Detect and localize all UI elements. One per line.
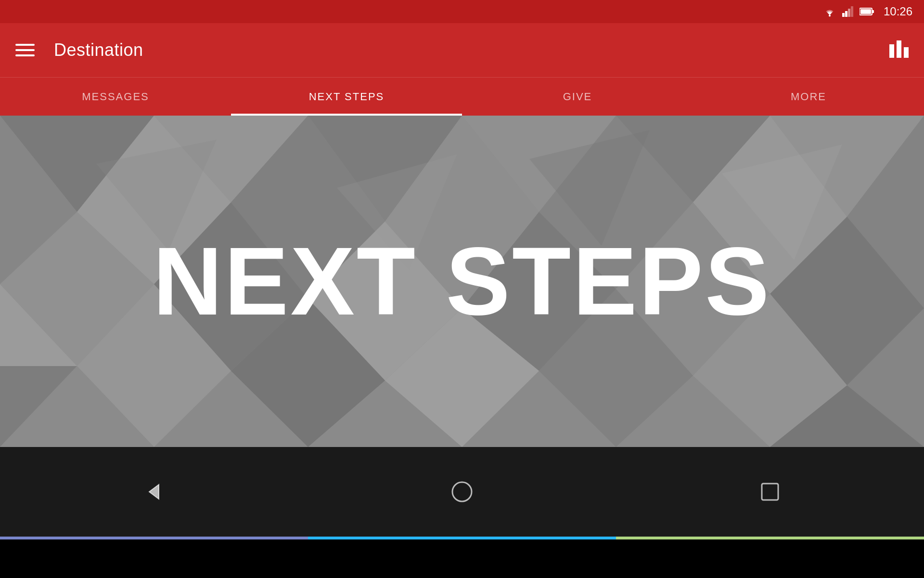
tab-messages[interactable]: MESSAGES bbox=[0, 78, 231, 116]
app-bar-left: Destination bbox=[15, 40, 143, 60]
status-icons: 10:26 bbox=[823, 5, 912, 18]
wifi-icon bbox=[823, 6, 836, 17]
signal-icon bbox=[842, 6, 854, 17]
svg-rect-47 bbox=[762, 484, 778, 500]
hamburger-line-3 bbox=[15, 54, 35, 56]
home-icon bbox=[450, 480, 474, 504]
svg-rect-6 bbox=[872, 10, 874, 13]
tab-next-steps[interactable]: NEXT STEPS bbox=[231, 78, 462, 116]
nav-indicator-1 bbox=[0, 537, 308, 539]
menu-button[interactable] bbox=[15, 44, 35, 56]
bar-chart-icon bbox=[889, 40, 909, 58]
tab-more[interactable]: MORE bbox=[693, 78, 924, 116]
recents-button[interactable] bbox=[751, 473, 789, 511]
nav-buttons bbox=[0, 447, 924, 537]
status-bar: 10:26 bbox=[0, 0, 924, 23]
recents-icon bbox=[758, 480, 782, 504]
tab-more-label: MORE bbox=[791, 91, 826, 103]
hamburger-line-2 bbox=[15, 49, 35, 51]
svg-rect-2 bbox=[845, 11, 847, 17]
tab-messages-label: MESSAGES bbox=[82, 91, 149, 103]
back-icon bbox=[142, 480, 166, 504]
svg-rect-3 bbox=[848, 9, 850, 17]
svg-point-46 bbox=[452, 482, 472, 501]
app-title: Destination bbox=[54, 40, 143, 60]
tab-give-label: GIVE bbox=[563, 91, 592, 103]
app-bar: Destination bbox=[0, 23, 924, 77]
svg-point-0 bbox=[829, 15, 831, 17]
status-time: 10:26 bbox=[884, 5, 912, 18]
svg-rect-9 bbox=[897, 40, 901, 58]
svg-rect-10 bbox=[904, 47, 909, 58]
hero-title: NEXT STEPS bbox=[153, 233, 771, 329]
svg-marker-45 bbox=[149, 485, 159, 499]
hero-banner: NEXT STEPS bbox=[0, 116, 924, 447]
svg-rect-7 bbox=[860, 9, 871, 14]
tab-give[interactable]: GIVE bbox=[462, 78, 693, 116]
svg-rect-4 bbox=[851, 6, 853, 17]
nav-indicator-2 bbox=[308, 537, 616, 539]
svg-rect-1 bbox=[842, 13, 845, 17]
bottom-nav bbox=[0, 447, 924, 539]
svg-rect-8 bbox=[889, 44, 894, 58]
nav-indicators bbox=[0, 537, 924, 539]
battery-icon bbox=[860, 7, 874, 16]
tab-bar: MESSAGES NEXT STEPS GIVE MORE bbox=[0, 77, 924, 116]
nav-indicator-3 bbox=[616, 537, 924, 539]
chart-button[interactable] bbox=[889, 40, 909, 60]
home-button[interactable] bbox=[443, 473, 481, 511]
tab-next-steps-label: NEXT STEPS bbox=[309, 91, 385, 103]
back-button[interactable] bbox=[135, 473, 173, 511]
hamburger-line-1 bbox=[15, 44, 35, 46]
